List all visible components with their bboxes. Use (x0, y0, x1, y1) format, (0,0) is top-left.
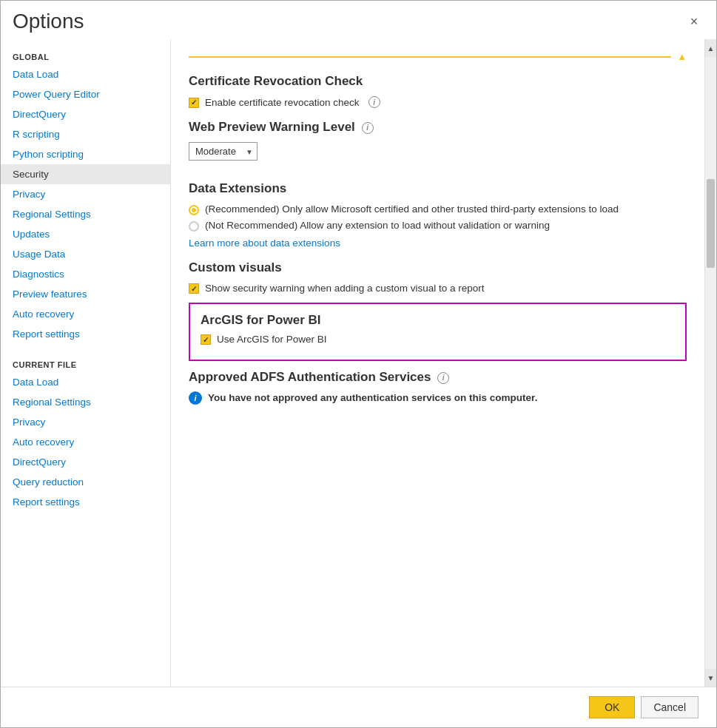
data-extensions-heading: Data Extensions (189, 181, 687, 196)
sidebar-item-security[interactable]: Security (1, 164, 170, 184)
adfs-section: Approved ADFS Authentication Services i … (189, 370, 687, 405)
sidebar-item-cf-report-settings[interactable]: Report settings (1, 492, 170, 512)
sidebar-item-updates[interactable]: Updates (1, 224, 170, 244)
scroll-thumb-area (705, 57, 716, 669)
arcgis-option: Use ArcGIS for Power BI (201, 334, 675, 345)
scroll-down-button[interactable]: ▼ (705, 669, 716, 687)
arcgis-heading: ArcGIS for Power BI (201, 313, 675, 328)
arcgis-checkbox-area[interactable]: Use ArcGIS for Power BI (201, 334, 327, 345)
sidebar-item-cf-data-load[interactable]: Data Load (1, 372, 170, 392)
adfs-heading: Approved ADFS Authentication Services i (189, 370, 687, 385)
scroll-up-button[interactable]: ▲ (705, 39, 716, 57)
sidebar: GLOBAL Data Load Power Query Editor Dire… (1, 39, 171, 687)
web-preview-info-icon: i (362, 122, 374, 134)
sidebar-item-cf-query-reduction[interactable]: Query reduction (1, 472, 170, 492)
custom-visuals-checkbox[interactable] (189, 283, 199, 294)
data-ext-option2-label: (Not Recommended) Allow any extension to… (205, 220, 550, 231)
adfs-text: You have not approved any authentication… (208, 391, 537, 405)
cert-revocation-label: Enable certificate revocation check (205, 97, 360, 108)
arcgis-label: Use ArcGIS for Power BI (217, 334, 327, 345)
arcgis-checkbox[interactable] (201, 334, 211, 345)
web-preview-dropdown-wrapper[interactable]: None Low Moderate High ▼ (189, 142, 257, 161)
sidebar-item-python-scripting[interactable]: Python scripting (1, 144, 170, 164)
main-content-wrapper: ▲ Certificate Revocation Check Enable ce… (171, 39, 716, 687)
adfs-bold-text: not approved (255, 392, 318, 403)
sidebar-item-usage-data[interactable]: Usage Data (1, 244, 170, 264)
radio-option2-circle[interactable] (189, 221, 199, 232)
custom-visuals-option: Show security warning when adding a cust… (189, 283, 687, 294)
custom-visuals-label: Show security warning when adding a cust… (205, 283, 484, 294)
cert-revocation-info-icon: i (368, 96, 380, 108)
sidebar-item-cf-directquery[interactable]: DirectQuery (1, 452, 170, 472)
sidebar-item-preview-features[interactable]: Preview features (1, 284, 170, 304)
data-ext-option2[interactable]: (Not Recommended) Allow any extension to… (189, 220, 687, 232)
dialog-footer: OK Cancel (1, 687, 716, 727)
scroll-top-indicator: ▲ (189, 51, 687, 62)
scroll-thumb[interactable] (707, 179, 715, 268)
dialog-titlebar: Options × (1, 1, 716, 33)
custom-visuals-heading: Custom visuals (189, 260, 687, 275)
adfs-info-row: i You have not approved any authenticati… (189, 391, 687, 405)
main-content: ▲ Certificate Revocation Check Enable ce… (171, 39, 704, 687)
current-file-section-label: CURRENT FILE (1, 353, 170, 372)
data-ext-option1-label: (Recommended) Only allow Microsoft certi… (205, 203, 619, 215)
sidebar-item-cf-auto-recovery[interactable]: Auto recovery (1, 432, 170, 452)
adfs-info-icon: i (437, 372, 449, 384)
sidebar-item-cf-privacy[interactable]: Privacy (1, 412, 170, 432)
indicator-line (189, 56, 671, 58)
data-ext-link[interactable]: Learn more about data extensions (189, 237, 687, 249)
sidebar-item-data-load[interactable]: Data Load (1, 64, 170, 84)
indicator-text: ▲ (677, 51, 687, 62)
sidebar-item-regional-settings[interactable]: Regional Settings (1, 204, 170, 224)
sidebar-item-auto-recovery[interactable]: Auto recovery (1, 304, 170, 324)
radio-option1-circle[interactable] (189, 205, 199, 215)
cert-revocation-checkbox[interactable] (189, 98, 199, 108)
sidebar-item-cf-regional-settings[interactable]: Regional Settings (1, 392, 170, 412)
scrollbar-track: ▲ ▼ (704, 39, 716, 687)
options-dialog: Options × GLOBAL Data Load Power Query E… (0, 0, 717, 728)
cancel-button[interactable]: Cancel (641, 696, 699, 718)
sidebar-item-power-query-editor[interactable]: Power Query Editor (1, 84, 170, 104)
dialog-body: GLOBAL Data Load Power Query Editor Dire… (1, 39, 716, 687)
sidebar-item-diagnostics[interactable]: Diagnostics (1, 264, 170, 284)
sidebar-item-directquery[interactable]: DirectQuery (1, 104, 170, 124)
adfs-info-circle: i (189, 391, 202, 405)
sidebar-item-r-scripting[interactable]: R scripting (1, 124, 170, 144)
close-button[interactable]: × (684, 11, 704, 32)
arcgis-box: ArcGIS for Power BI Use ArcGIS for Power… (189, 303, 687, 361)
dialog-title: Options (13, 10, 84, 33)
ok-button[interactable]: OK (589, 696, 635, 718)
custom-visuals-checkbox-area[interactable]: Show security warning when adding a cust… (189, 283, 484, 294)
cert-revocation-option: Enable certificate revocation check i (189, 96, 687, 108)
cert-revocation-heading: Certificate Revocation Check (189, 74, 687, 89)
global-section-label: GLOBAL (1, 45, 170, 64)
data-ext-option1[interactable]: (Recommended) Only allow Microsoft certi… (189, 203, 687, 215)
cert-revocation-checkbox-area[interactable]: Enable certificate revocation check i (189, 96, 380, 108)
web-preview-dropdown[interactable]: None Low Moderate High (189, 142, 257, 161)
sidebar-item-privacy[interactable]: Privacy (1, 184, 170, 204)
sidebar-item-report-settings[interactable]: Report settings (1, 324, 170, 344)
web-preview-heading: Web Preview Warning Level i (189, 120, 687, 135)
